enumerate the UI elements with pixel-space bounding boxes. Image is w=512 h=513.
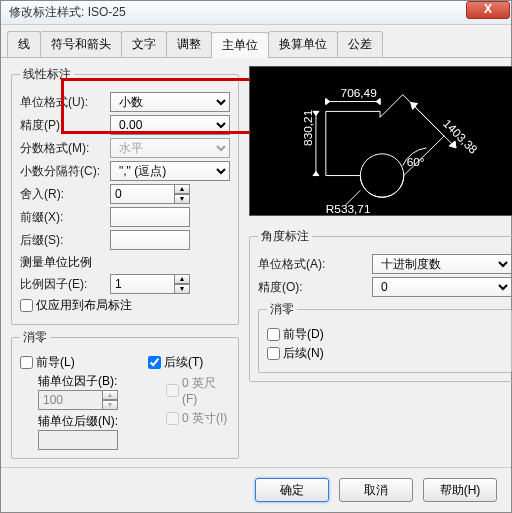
- ang-unit-format-label: 单位格式(A):: [258, 256, 368, 273]
- angular-dim-group: 角度标注 单位格式(A): 十进制度数 精度(O): 0 消零 前导(D) 后续…: [249, 228, 512, 382]
- decimal-sep-label: 小数分隔符(C):: [20, 163, 106, 180]
- window-title: 修改标注样式: ISO-25: [5, 4, 507, 21]
- suffix-label: 后缀(S):: [20, 232, 106, 249]
- zero-angular-group: 消零 前导(D) 后续(N): [258, 301, 512, 373]
- dim-left: 830,21: [301, 110, 315, 146]
- prefix-input[interactable]: [110, 207, 190, 227]
- tab-lines[interactable]: 线: [7, 31, 41, 57]
- roundoff-label: 舍入(R):: [20, 186, 106, 203]
- linear-legend: 线性标注: [20, 66, 74, 83]
- prefix-label: 前缀(X):: [20, 209, 106, 226]
- scale-factor-label: 比例因子(E):: [20, 276, 106, 293]
- tab-alt-units[interactable]: 换算单位: [268, 31, 338, 57]
- sub-factor-input: [38, 390, 102, 410]
- sub-suffix-input: [38, 430, 118, 450]
- suffix-input[interactable]: [110, 230, 190, 250]
- scale-down[interactable]: ▼: [174, 284, 190, 294]
- leading-label: 前导(L): [36, 354, 75, 371]
- roundoff-input[interactable]: [110, 184, 174, 204]
- cancel-button[interactable]: 取消: [339, 478, 413, 502]
- help-button[interactable]: 帮助(H): [423, 478, 497, 502]
- svg-point-0: [360, 154, 403, 197]
- scale-factor-input[interactable]: [110, 274, 174, 294]
- unit-format-label: 单位格式(U):: [20, 94, 106, 111]
- zero-linear-group: 消零 前导(L) 辅单位因子(B): ▲▼ 辅单位后缀(N):: [11, 329, 239, 459]
- fraction-format-select: 水平: [110, 138, 230, 158]
- inches-label: 0 英寸(I): [182, 410, 227, 427]
- titlebar: 修改标注样式: ISO-25 X: [1, 1, 511, 25]
- dim-angle: 60°: [407, 155, 425, 169]
- tab-strip: 线 符号和箭头 文字 调整 主单位 换算单位 公差: [1, 25, 511, 58]
- ang-leading-label: 前导(D): [283, 326, 324, 343]
- ang-trailing-label: 后续(N): [283, 345, 324, 362]
- inches-checkbox: [166, 412, 179, 425]
- trailing-label: 后续(T): [164, 354, 203, 371]
- scale-up[interactable]: ▲: [174, 274, 190, 284]
- unit-format-select[interactable]: 小数: [110, 92, 230, 112]
- scale-subgroup: 测量单位比例 比例因子(E): ▲▼ 仅应用到布局标注: [20, 254, 230, 314]
- feet-label: 0 英尺(F): [182, 375, 230, 406]
- fraction-format-label: 分数格式(M):: [20, 140, 106, 157]
- decimal-sep-select[interactable]: "," (逗点): [110, 161, 230, 181]
- roundoff-down[interactable]: ▼: [174, 194, 190, 204]
- tab-text[interactable]: 文字: [121, 31, 167, 57]
- ang-unit-format-select[interactable]: 十进制度数: [372, 254, 512, 274]
- tab-tolerance[interactable]: 公差: [337, 31, 383, 57]
- button-bar: 确定 取消 帮助(H): [1, 467, 511, 512]
- angular-legend: 角度标注: [258, 228, 312, 245]
- roundoff-up[interactable]: ▲: [174, 184, 190, 194]
- layout-only-label: 仅应用到布局标注: [36, 297, 132, 314]
- scale-legend: 测量单位比例: [20, 254, 230, 271]
- feet-checkbox: [166, 384, 179, 397]
- tab-primary-units[interactable]: 主单位: [211, 32, 269, 58]
- linear-dim-group: 线性标注 单位格式(U): 小数 精度(P): 0.00 分数格式(M): 水平…: [11, 66, 239, 325]
- sub-factor-up: ▲: [102, 390, 118, 400]
- layout-only-checkbox[interactable]: [20, 299, 33, 312]
- zero-a-legend: 消零: [267, 301, 297, 318]
- dim-radius: R533,71: [326, 202, 371, 215]
- sub-factor-down: ▼: [102, 400, 118, 410]
- sub-factor-label: 辅单位因子(B):: [38, 373, 118, 390]
- precision-select[interactable]: 0.00: [110, 115, 230, 135]
- preview-pane: 706,49 830,21 1403,38 R533,71 60°: [249, 66, 512, 216]
- dim-top: 706,49: [341, 86, 378, 100]
- dim-diag: 1403,38: [440, 116, 480, 156]
- zero-l-legend: 消零: [20, 329, 50, 346]
- tab-symbols[interactable]: 符号和箭头: [40, 31, 122, 57]
- ang-trailing-checkbox[interactable]: [267, 347, 280, 360]
- leading-checkbox[interactable]: [20, 356, 33, 369]
- trailing-checkbox[interactable]: [148, 356, 161, 369]
- ang-precision-select[interactable]: 0: [372, 277, 512, 297]
- ang-leading-checkbox[interactable]: [267, 328, 280, 341]
- sub-suffix-label: 辅单位后缀(N):: [38, 413, 118, 430]
- tab-fit[interactable]: 调整: [166, 31, 212, 57]
- ok-button[interactable]: 确定: [255, 478, 329, 502]
- precision-label: 精度(P):: [20, 117, 106, 134]
- ang-precision-label: 精度(O):: [258, 279, 368, 296]
- close-button[interactable]: X: [466, 1, 510, 19]
